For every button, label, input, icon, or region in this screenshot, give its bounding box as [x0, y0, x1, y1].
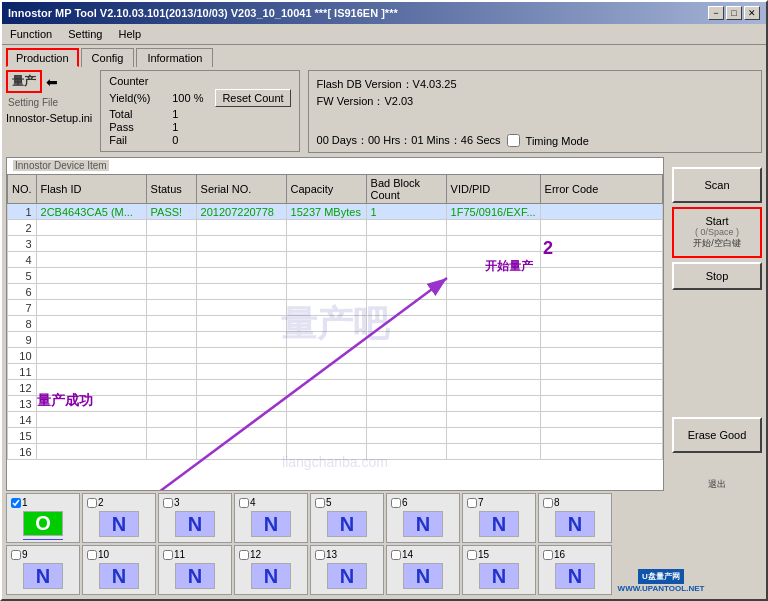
slot-15-indicator: N — [479, 563, 519, 589]
window-title: Innostor MP Tool V2.10.03.101(2013/10/03… — [8, 7, 398, 19]
total-value: 1 — [172, 108, 178, 120]
table-row: 15 — [8, 428, 663, 444]
slot-12: 12 N — [234, 545, 308, 595]
slot-14-indicator: N — [403, 563, 443, 589]
pass-label: Pass — [109, 121, 164, 133]
slot-1: 1 O — [6, 493, 80, 543]
slot-10-indicator: N — [99, 563, 139, 589]
row-bad-block: 1 — [366, 204, 446, 220]
scan-button[interactable]: Scan — [672, 167, 762, 203]
reset-count-button[interactable]: Reset Count — [215, 89, 290, 107]
table-row: 4 — [8, 252, 663, 268]
slot-16-checkbox[interactable] — [543, 550, 553, 560]
slot-11-indicator: N — [175, 563, 215, 589]
yield-value: 100 % — [172, 92, 203, 104]
slot-4-checkbox[interactable] — [239, 498, 249, 508]
start-label: Start — [705, 215, 728, 227]
tab-config[interactable]: Config — [81, 48, 135, 67]
close-button[interactable]: ✕ — [744, 6, 760, 20]
flash-db-version: Flash DB Version：V4.03.25 — [317, 77, 753, 92]
slot-7-checkbox[interactable] — [467, 498, 477, 508]
col-bad-block: Bad Block Count — [366, 175, 446, 204]
table-row: 1 2CB4643CA5 (M... PASS! 201207220778 15… — [8, 204, 663, 220]
slot-4-num: 4 — [250, 497, 256, 508]
slot-11-checkbox[interactable] — [163, 550, 173, 560]
slot-7: 7 N — [462, 493, 536, 543]
menu-function[interactable]: Function — [2, 26, 60, 42]
slot-9-indicator: N — [23, 563, 63, 589]
slot-6: 6 N — [386, 493, 460, 543]
slot-6-checkbox[interactable] — [391, 498, 401, 508]
table-row: 12 — [8, 380, 663, 396]
slot-15-checkbox[interactable] — [467, 550, 477, 560]
config-filename: Innostor-Setup.ini — [6, 112, 92, 124]
slot-9: 9 N — [6, 545, 80, 595]
slot-14: 14 N — [386, 545, 460, 595]
upantool-logo: U盘量产网 — [638, 569, 684, 584]
program-version-box: Flash DB Version：V4.03.25 FW Version：V2.… — [308, 70, 762, 153]
slot-2: 2 N — [82, 493, 156, 543]
slot-13-checkbox[interactable] — [315, 550, 325, 560]
start-chinese-label: 开始/空白键 — [693, 237, 741, 250]
slot-9-checkbox[interactable] — [11, 550, 21, 560]
total-label: Total — [109, 108, 164, 120]
menu-help[interactable]: Help — [110, 26, 149, 42]
fail-label: Fail — [109, 134, 164, 146]
slot-5-indicator: N — [327, 511, 367, 537]
slot-8-checkbox[interactable] — [543, 498, 553, 508]
col-flash-id: Flash ID — [36, 175, 146, 204]
slot-11: 11 N — [158, 545, 232, 595]
device-list-title: Innostor Device Item — [13, 160, 109, 171]
erase-good-button[interactable]: Erase Good — [672, 417, 762, 453]
bottom-section: 1 O 2 N 3 — [6, 493, 762, 595]
logo-url: WWW.UPANTOOL.NET — [618, 584, 705, 593]
slot-8-num: 8 — [554, 497, 560, 508]
slot-2-num: 2 — [98, 497, 104, 508]
slot-1-progress-bar — [23, 539, 63, 540]
title-bar: Innostor MP Tool V2.10.03.101(2013/10/03… — [2, 2, 766, 24]
slot-3-checkbox[interactable] — [163, 498, 173, 508]
slot-5-num: 5 — [326, 497, 332, 508]
slot-3-num: 3 — [174, 497, 180, 508]
exit-area — [614, 493, 704, 543]
slot-14-num: 14 — [402, 549, 413, 560]
table-row: 6 — [8, 284, 663, 300]
tab-production[interactable]: Production — [6, 48, 79, 67]
fail-value: 0 — [172, 134, 178, 146]
tab-information[interactable]: Information — [136, 48, 213, 67]
timing-mode-checkbox[interactable] — [507, 134, 520, 147]
slot-12-num: 12 — [250, 549, 261, 560]
col-vid-pid: VID/PID — [446, 175, 540, 204]
timing-text: 00 Days：00 Hrs：01 Mins：46 Secs — [317, 133, 501, 148]
slot-row-2: 9 N 10 N 11 N — [6, 545, 762, 595]
slot-14-checkbox[interactable] — [391, 550, 401, 560]
slot-2-checkbox[interactable] — [87, 498, 97, 508]
col-capacity: Capacity — [286, 175, 366, 204]
maximize-button[interactable]: □ — [726, 6, 742, 20]
timing-row: 00 Days：00 Hrs：01 Mins：46 Secs Timing Mo… — [317, 133, 753, 148]
table-row: 8 — [8, 316, 663, 332]
device-list-wrapper: Innostor Device Item 量产吧 liangchanba.com… — [6, 157, 664, 491]
table-row: 16 — [8, 444, 663, 460]
slot-16-indicator: N — [555, 563, 595, 589]
table-row: 13 — [8, 396, 663, 412]
setting-file-label: Setting File — [6, 97, 58, 108]
row-capacity: 15237 MBytes — [286, 204, 366, 220]
counter-box: Counter Yield(%) 100 % Reset Count Total… — [100, 70, 299, 152]
tab-bar: Production Config Information — [2, 45, 766, 66]
slot-10-checkbox[interactable] — [87, 550, 97, 560]
slot-6-num: 6 — [402, 497, 408, 508]
slot-12-indicator: N — [251, 563, 291, 589]
slot-12-checkbox[interactable] — [239, 550, 249, 560]
slot-11-num: 11 — [174, 549, 185, 560]
slot-5-checkbox[interactable] — [315, 498, 325, 508]
minimize-button[interactable]: − — [708, 6, 724, 20]
slot-15-num: 15 — [478, 549, 489, 560]
annotation-number-3: 3 — [732, 457, 768, 478]
menu-setting[interactable]: Setting — [60, 26, 110, 42]
title-controls: − □ ✕ — [708, 6, 760, 20]
row-error — [540, 204, 662, 220]
slot-1-checkbox[interactable] — [11, 498, 21, 508]
stop-button[interactable]: Stop — [672, 262, 762, 290]
start-button[interactable]: Start ( 0/Space ) 开始/空白键 — [672, 207, 762, 258]
